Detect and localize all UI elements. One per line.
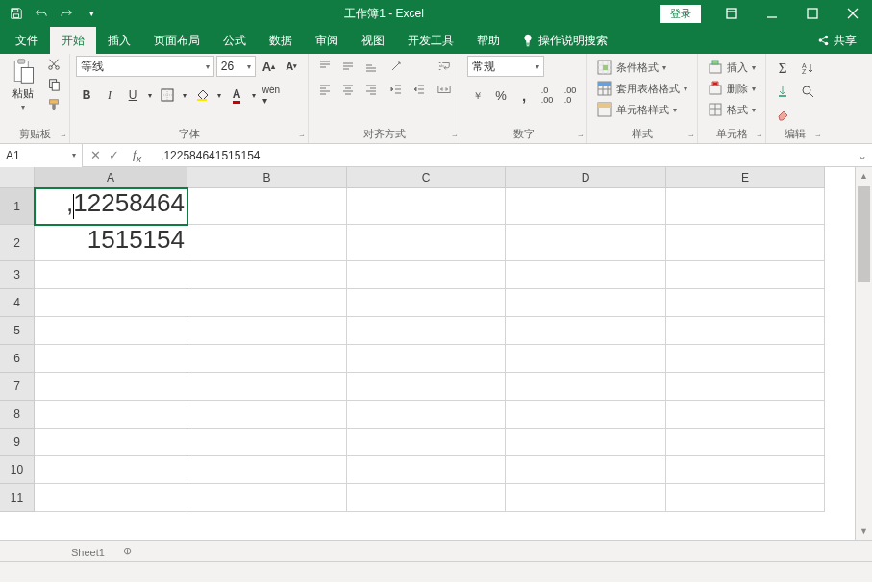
cell-E2[interactable]: [666, 225, 825, 261]
font-name-combo[interactable]: 等线▾: [76, 56, 214, 77]
column-header-D[interactable]: D: [506, 167, 666, 188]
close-button[interactable]: [834, 0, 872, 27]
accounting-format-button[interactable]: ￥: [467, 85, 488, 106]
cell-B10[interactable]: [187, 456, 347, 484]
cell-D10[interactable]: [506, 456, 666, 484]
tab-insert[interactable]: 插入: [96, 27, 142, 54]
sheet-tab[interactable]: Sheet1: [58, 544, 118, 558]
cell-C4[interactable]: [347, 289, 506, 317]
cell-A2[interactable]: 1515154: [35, 225, 187, 261]
decrease-indent-button[interactable]: [386, 79, 407, 100]
font-color-dropdown[interactable]: ▾: [249, 85, 259, 106]
fill-color-dropdown[interactable]: ▾: [214, 85, 224, 106]
tab-help[interactable]: 帮助: [465, 27, 511, 54]
row-header-4[interactable]: 4: [0, 289, 35, 317]
share-button[interactable]: 共享: [816, 33, 868, 49]
cancel-edit-button[interactable]: ✕: [90, 148, 101, 162]
sort-filter-button[interactable]: AZ: [797, 58, 818, 79]
select-all-corner[interactable]: [0, 167, 35, 188]
cell-B4[interactable]: [187, 289, 347, 317]
align-bottom-button[interactable]: [361, 56, 382, 77]
row-header-7[interactable]: 7: [0, 373, 35, 401]
cell-A1[interactable]: ,12258464: [35, 188, 187, 225]
cut-button[interactable]: [44, 56, 63, 73]
row-header-5[interactable]: 5: [0, 317, 35, 345]
cell-C7[interactable]: [347, 373, 506, 401]
decrease-font-button[interactable]: A▾: [281, 56, 302, 77]
cell-D3[interactable]: [506, 261, 666, 289]
percent-button[interactable]: %: [490, 85, 511, 106]
format-as-table-button[interactable]: 套用表格格式▾: [593, 79, 691, 98]
cell-C9[interactable]: [347, 429, 506, 456]
borders-button[interactable]: [157, 85, 178, 106]
column-header-A[interactable]: A: [35, 167, 187, 188]
cell-E8[interactable]: [666, 401, 825, 429]
minimize-button[interactable]: [753, 0, 791, 27]
cell-C8[interactable]: [347, 401, 506, 429]
insert-function-button[interactable]: fx: [127, 147, 147, 164]
decrease-decimal-button[interactable]: .00.0: [560, 85, 581, 106]
clear-button[interactable]: [772, 104, 793, 125]
increase-indent-button[interactable]: [409, 79, 430, 100]
cell-E1[interactable]: [666, 188, 825, 225]
tab-review[interactable]: 审阅: [304, 27, 350, 54]
cell-D9[interactable]: [506, 429, 666, 456]
cell-A7[interactable]: [35, 373, 187, 401]
borders-dropdown[interactable]: ▾: [180, 85, 189, 106]
login-button[interactable]: 登录: [660, 5, 701, 23]
column-header-E[interactable]: E: [666, 167, 825, 188]
align-top-button[interactable]: [314, 56, 336, 77]
cell-A11[interactable]: [35, 484, 187, 512]
cell-B8[interactable]: [187, 401, 347, 429]
cell-D5[interactable]: [506, 317, 666, 345]
redo-button[interactable]: [56, 3, 77, 24]
maximize-button[interactable]: [793, 0, 832, 27]
cell-B9[interactable]: [187, 429, 347, 456]
scroll-up-button[interactable]: ▲: [856, 167, 872, 184]
row-header-11[interactable]: 11: [0, 484, 35, 512]
column-header-C[interactable]: C: [347, 167, 506, 188]
cell-C3[interactable]: [347, 261, 506, 289]
underline-button[interactable]: U: [122, 85, 143, 106]
cells-area[interactable]: ,122584641515154: [35, 188, 825, 512]
number-format-combo[interactable]: 常规▾: [467, 56, 544, 77]
cell-D6[interactable]: [506, 345, 666, 373]
cell-B1[interactable]: [187, 188, 347, 225]
align-left-button[interactable]: [314, 79, 336, 100]
scroll-down-button[interactable]: ▼: [856, 523, 872, 540]
merge-center-button[interactable]: [434, 79, 455, 100]
cell-D8[interactable]: [506, 401, 666, 429]
fill-button[interactable]: [772, 81, 793, 102]
new-sheet-button[interactable]: ⊕: [118, 545, 137, 557]
cell-A4[interactable]: [35, 289, 187, 317]
format-cells-button[interactable]: 格式▾: [704, 100, 760, 119]
align-middle-button[interactable]: [337, 56, 359, 77]
orientation-button[interactable]: [386, 56, 407, 77]
increase-font-button[interactable]: A▴: [258, 56, 279, 77]
tab-page-layout[interactable]: 页面布局: [142, 27, 212, 54]
font-color-button[interactable]: A: [226, 85, 247, 106]
cell-A8[interactable]: [35, 401, 187, 429]
row-header-2[interactable]: 2: [0, 225, 35, 261]
cell-B3[interactable]: [187, 261, 347, 289]
cell-E6[interactable]: [666, 345, 825, 373]
italic-button[interactable]: I: [99, 85, 120, 106]
delete-cells-button[interactable]: 删除▾: [704, 79, 760, 98]
cell-D11[interactable]: [506, 484, 666, 512]
row-header-9[interactable]: 9: [0, 429, 35, 456]
tab-file[interactable]: 文件: [4, 27, 50, 54]
cell-A3[interactable]: [35, 261, 187, 289]
ribbon-display-button[interactable]: [712, 0, 751, 27]
phonetic-guide-button[interactable]: wén▾: [261, 85, 282, 106]
name-box[interactable]: A1▾: [0, 144, 83, 167]
tell-me-search[interactable]: 操作说明搜索: [521, 33, 608, 49]
cell-C11[interactable]: [347, 484, 506, 512]
align-center-button[interactable]: [337, 79, 359, 100]
save-button[interactable]: [6, 3, 27, 24]
formula-input[interactable]: ,122584641515154: [155, 149, 853, 162]
underline-dropdown[interactable]: ▾: [145, 85, 155, 106]
wrap-text-button[interactable]: ab: [434, 56, 455, 77]
tab-view[interactable]: 视图: [350, 27, 396, 54]
cell-C6[interactable]: [347, 345, 506, 373]
cell-D1[interactable]: [506, 188, 666, 225]
